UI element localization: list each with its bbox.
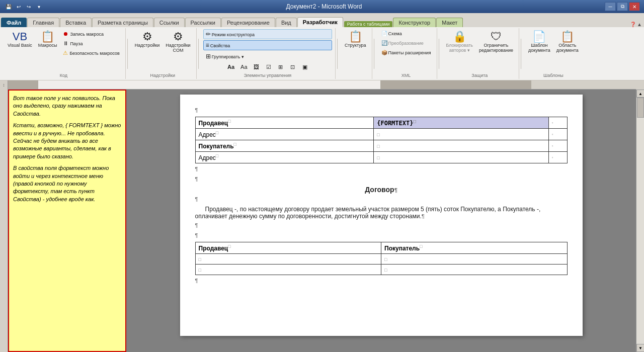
tab-page-layout[interactable]: Разметка страницы xyxy=(92,18,153,27)
tab-review[interactable]: Рецензирование xyxy=(221,18,275,27)
ctrl-box-button[interactable]: ▣ xyxy=(299,62,310,72)
record-macro-button[interactable]: ⏺ Запись макроса xyxy=(60,29,122,38)
table-1: Продавец□ {FORMTEXT}□ ◦ Адрес□ □ ◦ Покуп… xyxy=(195,117,568,163)
macro-security-button[interactable]: ⚠ Безопасность макросов xyxy=(60,48,122,58)
visual-basic-label: Visual Basic xyxy=(8,43,32,48)
svg-rect-1 xyxy=(8,80,38,90)
cell-buyer2-val2[interactable]: □ xyxy=(381,265,568,275)
svg-rect-2 xyxy=(380,80,531,90)
cell-buyer2-label: Покупатель□ xyxy=(381,242,568,254)
cell-buyer2-val1[interactable]: □ xyxy=(381,254,568,265)
table-row: Продавец□ Покупатель□ xyxy=(195,242,567,254)
window-title: Документ2 - Microsoft Word xyxy=(43,3,605,10)
para-space-2: ¶ xyxy=(195,232,568,240)
cell-seller2-val2[interactable]: □ xyxy=(195,265,381,275)
scrollbar-vertical[interactable]: ▲ ▼ xyxy=(636,90,644,352)
tab-constructor[interactable]: Конструктор xyxy=(393,18,436,27)
block-authors-button[interactable]: 🔒 Блокироватьавторов ▾ xyxy=(444,29,475,55)
ctrl-check-button[interactable]: ☑ xyxy=(263,62,274,72)
visual-basic-button[interactable]: VB Visual Basic xyxy=(5,29,35,50)
tab-home[interactable]: Главная xyxy=(27,18,59,27)
restore-button[interactable]: ⧉ xyxy=(617,2,628,11)
scroll-track xyxy=(636,98,644,344)
ctrl-grid1-button[interactable]: ⊞ xyxy=(275,62,286,72)
tab-layout[interactable]: Макет xyxy=(436,18,463,27)
tab-references[interactable]: Ссылки xyxy=(154,18,185,27)
body-text: Продавец -, по настоящему договору прода… xyxy=(195,206,568,220)
doc-template-button[interactable]: 📄 Шаблондокумента xyxy=(526,29,553,55)
tab-mailings[interactable]: Рассылки xyxy=(185,18,221,27)
tab-file[interactable]: Файл xyxy=(1,18,27,27)
addins-button[interactable]: ⚙ Надстройки xyxy=(132,29,162,50)
structure-button[interactable]: 📋 Структура xyxy=(342,29,369,50)
ribbon-area: Файл Главная Вставка Разметка страницы С… xyxy=(0,13,644,80)
ribbon-minimize-button[interactable]: ▲ xyxy=(637,22,642,27)
para-after-table1-1: ¶ xyxy=(195,165,568,173)
scroll-down-button[interactable]: ▼ xyxy=(636,344,644,352)
close-button[interactable]: ✕ xyxy=(629,2,640,11)
body-text-content: Продавец -, по настоящему договору прода… xyxy=(195,206,541,220)
cell-r3: ◦ xyxy=(548,140,567,152)
properties-button[interactable]: ≡ Свойства xyxy=(203,40,332,50)
redo-qa-button[interactable]: ↪ xyxy=(24,2,33,11)
help-button[interactable]: ❓ xyxy=(630,22,636,27)
title-text: Договор xyxy=(365,186,394,194)
transform-icon: 🔄 xyxy=(381,40,387,46)
cell-seller2-label: Продавец□ xyxy=(195,242,381,254)
ruler-horizontal xyxy=(8,80,636,90)
doc-area-button[interactable]: 📋 Областьдокумента xyxy=(554,29,581,55)
pause-button[interactable]: ⏸ Пауза xyxy=(60,39,122,48)
ctrl-aa1-button[interactable]: Aa xyxy=(225,62,237,72)
para-after-table1-2: ¶ xyxy=(195,175,568,184)
table-row: □ □ xyxy=(195,265,567,275)
pilcrow-6: ¶ xyxy=(195,232,198,238)
cell-address1-value[interactable]: □ xyxy=(374,129,548,140)
addins-com-button[interactable]: ⚙ НадстройкиCOM xyxy=(163,29,193,55)
cell-buyer-value[interactable]: □ xyxy=(374,140,548,152)
constructor-mode-icon: ✏ xyxy=(206,31,211,38)
undo-qa-button[interactable]: ↩ xyxy=(14,2,23,11)
xml-group-content: 📄 Схема 🔄 Преобразование 📦 Пакеты расшир… xyxy=(379,29,434,72)
divider-2 xyxy=(198,39,199,69)
tab-developer[interactable]: Разработчик xyxy=(297,17,343,27)
ctrl-img-button[interactable]: 🖼 xyxy=(251,62,262,72)
cell-address2-value[interactable]: □ xyxy=(374,152,548,163)
macros-button[interactable]: 📋 Макросы xyxy=(36,29,60,50)
ribbon-group-controls: ✏ Режим конструктора ≡ Свойства ⊞ Группи… xyxy=(200,28,336,79)
divider-6 xyxy=(521,39,521,69)
save-qa-button[interactable]: 💾 xyxy=(4,2,13,11)
cell-r4: ◦ xyxy=(548,152,567,163)
constructor-mode-button[interactable]: ✏ Режим конструктора xyxy=(203,29,332,39)
warning-icon: ⚠ xyxy=(63,50,68,56)
addins-group-content: ⚙ Надстройки ⚙ НадстройкиCOM xyxy=(132,29,193,72)
divider-4 xyxy=(374,39,374,69)
title-bar: 💾 ↩ ↪ ▾ Документ2 - Microsoft Word ─ ⧉ ✕ xyxy=(0,0,644,13)
schema-icon: 📄 xyxy=(381,31,387,36)
restrict-edit-button[interactable]: 🛡 Ограничитьредактирование xyxy=(476,29,516,55)
scroll-thumb[interactable] xyxy=(637,98,644,118)
cell-formtext[interactable]: {FORMTEXT}□ xyxy=(374,117,548,129)
ext-packages-button[interactable]: 📦 Пакеты расширения xyxy=(379,48,434,57)
minimize-button[interactable]: ─ xyxy=(605,2,616,11)
customize-qa-button[interactable]: ▾ xyxy=(34,2,43,11)
controls-group-label: Элементы управления xyxy=(244,72,291,78)
group-button[interactable]: ⊞ Группировать ▾ xyxy=(203,51,332,61)
document-area[interactable]: ¶ Продавец□ {FORMTEXT}□ ◦ Адрес□ □ ◦ Пок… xyxy=(126,90,636,352)
schema-button[interactable]: 📄 Схема xyxy=(379,29,434,38)
ctrl-aa2-button[interactable]: Aa xyxy=(238,62,250,72)
ctrl-grid2-button[interactable]: ⊡ xyxy=(287,62,298,72)
cell-seller2-val1[interactable]: □ xyxy=(195,254,381,265)
ribbon-group-addins: ⚙ Надстройки ⚙ НадстройкиCOM Надстройки xyxy=(129,28,197,79)
sidebar-para-2: Кстати, возможно, { FORMTEXT } можно вве… xyxy=(13,122,121,160)
ext-packages-icon: 📦 xyxy=(381,50,387,55)
templates-group-label: Шаблоны xyxy=(543,72,564,78)
macros-icon: 📋 xyxy=(41,31,54,42)
scroll-up-button[interactable]: ▲ xyxy=(636,90,644,98)
tab-view[interactable]: Вид xyxy=(276,18,297,27)
structure-icon: 📋 xyxy=(349,31,362,42)
templates-group-content: 📄 Шаблондокумента 📋 Областьдокумента xyxy=(526,29,581,72)
transform-button[interactable]: 🔄 Преобразование xyxy=(379,39,434,47)
sidebar-para-3: В свойства поля формтекст можно войти и … xyxy=(13,164,121,203)
window-controls: ─ ⧉ ✕ xyxy=(605,2,640,11)
tab-insert[interactable]: Вставка xyxy=(60,18,92,27)
